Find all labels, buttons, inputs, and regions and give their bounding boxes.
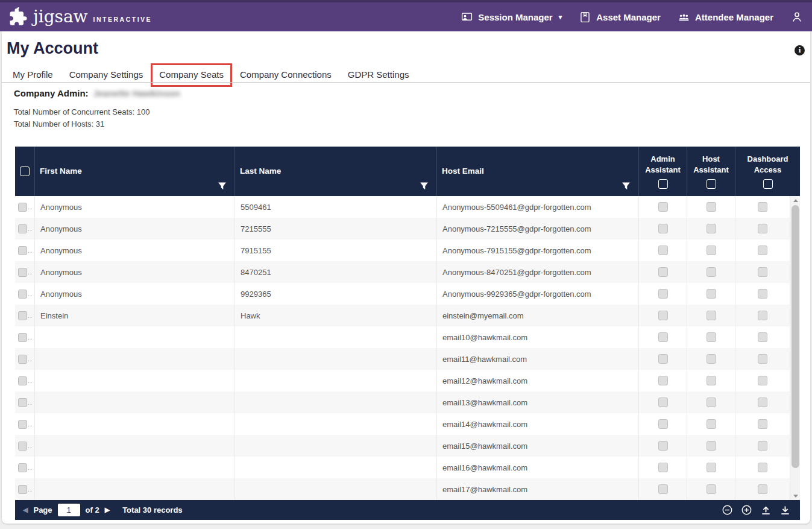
host-assistant-checkbox[interactable] — [707, 289, 716, 299]
admin-assistant-checkbox[interactable] — [658, 354, 668, 364]
company-seats-table: First Name Last Name Host Email Admin As… — [15, 147, 800, 520]
host-assistant-checkbox[interactable] — [707, 202, 716, 212]
nav-asset-manager[interactable]: Asset Manager — [579, 11, 661, 24]
dashboard-access-checkbox[interactable] — [758, 419, 767, 429]
admin-assistant-cell — [639, 218, 687, 239]
row-select-checkbox[interactable] — [18, 355, 27, 364]
row-select-checkbox[interactable] — [18, 290, 27, 299]
upload-icon[interactable] — [760, 504, 772, 516]
row-select-checkbox[interactable] — [18, 463, 27, 472]
admin-assistant-checkbox[interactable] — [658, 463, 668, 472]
scrollbar-up-arrow[interactable] — [790, 196, 801, 204]
dashboard-access-checkbox[interactable] — [758, 311, 767, 320]
dashboard-access-checkbox[interactable] — [758, 267, 767, 277]
last-name-filter-icon[interactable] — [420, 182, 429, 191]
account-menu-button[interactable] — [790, 10, 804, 24]
admin-assistant-checkbox[interactable] — [658, 224, 668, 233]
row-ellipsis: .. — [28, 290, 33, 297]
download-icon[interactable] — [779, 504, 791, 516]
previous-page-button[interactable]: ◀ — [23, 507, 28, 513]
scrollbar-thumb[interactable] — [792, 205, 799, 468]
admin-assistant-checkbox[interactable] — [658, 289, 668, 299]
nav-asset-manager-label: Asset Manager — [596, 12, 661, 22]
info-icon[interactable]: i — [795, 45, 805, 55]
host-assistant-checkbox[interactable] — [707, 398, 716, 407]
dashboard-access-checkbox[interactable] — [758, 202, 767, 212]
host-assistant-cell — [687, 478, 735, 500]
tab-company-connections[interactable]: Company Connections — [240, 69, 332, 80]
row-select-cell: .. — [15, 478, 35, 500]
admin-assistant-select-all-checkbox[interactable] — [658, 179, 668, 189]
dashboard-access-checkbox[interactable] — [758, 289, 767, 299]
dashboard-access-checkbox[interactable] — [758, 441, 767, 451]
row-select-checkbox[interactable] — [18, 420, 27, 429]
host-assistant-checkbox[interactable] — [707, 224, 716, 233]
row-select-checkbox[interactable] — [18, 442, 27, 451]
dashboard-access-checkbox[interactable] — [758, 484, 767, 494]
dashboard-access-cell — [735, 239, 790, 261]
row-select-checkbox[interactable] — [18, 376, 27, 385]
admin-assistant-checkbox[interactable] — [658, 376, 668, 385]
dashboard-access-select-all-checkbox[interactable] — [763, 179, 773, 189]
table-row: ..email13@hawkmail.com — [15, 391, 800, 413]
host-assistant-checkbox[interactable] — [707, 245, 716, 255]
admin-assistant-checkbox[interactable] — [658, 311, 668, 320]
next-page-button[interactable]: ▶ — [105, 507, 110, 513]
account-tabs: My Profile Company Settings Company Seat… — [13, 66, 409, 83]
admin-assistant-checkbox[interactable] — [658, 245, 668, 255]
row-select-checkbox[interactable] — [18, 224, 27, 233]
admin-assistant-checkbox[interactable] — [658, 419, 668, 429]
nav-attendee-manager[interactable]: Attendee Manager — [678, 11, 773, 24]
row-select-checkbox[interactable] — [18, 485, 27, 494]
host-assistant-checkbox[interactable] — [707, 463, 716, 472]
host-assistant-checkbox[interactable] — [707, 441, 716, 451]
host-assistant-checkbox[interactable] — [707, 267, 716, 277]
row-select-checkbox[interactable] — [18, 398, 27, 407]
host-assistant-checkbox[interactable] — [707, 484, 716, 494]
admin-assistant-checkbox[interactable] — [658, 484, 668, 494]
host-email-filter-icon[interactable] — [622, 182, 631, 191]
dashboard-access-checkbox[interactable] — [758, 332, 767, 342]
host-assistant-checkbox[interactable] — [707, 419, 716, 429]
nav-session-manager[interactable]: Session Manager ▾ — [461, 11, 562, 24]
row-select-checkbox[interactable] — [18, 203, 27, 212]
row-select-checkbox[interactable] — [18, 333, 27, 342]
dashboard-access-checkbox[interactable] — [758, 354, 767, 364]
dashboard-access-checkbox[interactable] — [758, 245, 767, 255]
host-email-cell: email16@hawkmail.com — [437, 457, 639, 478]
tab-my-profile[interactable]: My Profile — [13, 69, 53, 80]
host-assistant-checkbox[interactable] — [707, 332, 716, 342]
dashboard-access-checkbox[interactable] — [758, 376, 767, 385]
row-ellipsis: .. — [28, 399, 33, 406]
row-select-checkbox[interactable] — [18, 311, 27, 320]
scrollbar-down-arrow[interactable] — [790, 492, 801, 500]
dashboard-access-checkbox[interactable] — [758, 224, 767, 233]
admin-assistant-checkbox[interactable] — [658, 398, 668, 407]
last-name-cell — [235, 370, 437, 391]
host-assistant-checkbox[interactable] — [707, 376, 716, 385]
first-name-filter-icon[interactable] — [218, 182, 227, 191]
select-all-checkbox[interactable] — [20, 166, 30, 176]
admin-assistant-header-label: Admin Assistant — [639, 154, 687, 175]
tab-gdpr-settings[interactable]: GDPR Settings — [348, 69, 409, 80]
admin-assistant-checkbox[interactable] — [658, 267, 668, 277]
expand-icon[interactable] — [741, 504, 752, 516]
host-assistant-select-all-checkbox[interactable] — [707, 179, 716, 189]
tab-company-settings[interactable]: Company Settings — [69, 69, 143, 80]
row-select-cell: .. — [15, 391, 35, 413]
dashboard-access-checkbox[interactable] — [758, 398, 767, 407]
jigsaw-logo[interactable]: jigsaw INTERACTIVE — [7, 6, 152, 28]
row-select-checkbox[interactable] — [18, 246, 27, 255]
row-select-checkbox[interactable] — [18, 268, 27, 277]
host-assistant-checkbox[interactable] — [707, 354, 716, 364]
select-all-header-cell — [15, 147, 35, 196]
admin-assistant-checkbox[interactable] — [658, 332, 668, 342]
admin-assistant-checkbox[interactable] — [658, 202, 668, 212]
host-assistant-checkbox[interactable] — [707, 311, 716, 320]
dashboard-access-checkbox[interactable] — [758, 463, 767, 472]
admin-assistant-checkbox[interactable] — [658, 441, 668, 451]
tab-company-seats[interactable]: Company Seats — [159, 69, 224, 80]
page-number-input[interactable] — [58, 504, 80, 516]
collapse-icon[interactable] — [722, 504, 733, 516]
table-scrollbar[interactable] — [790, 196, 800, 500]
